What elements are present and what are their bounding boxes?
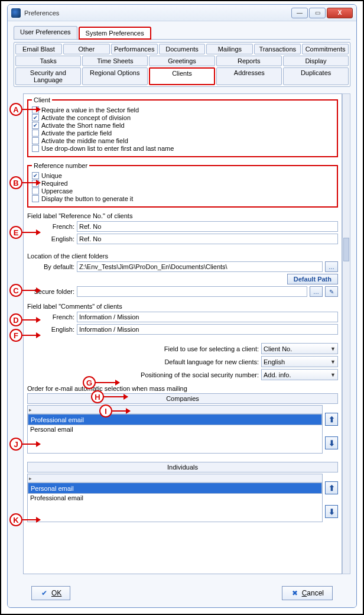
- callout-a: A: [9, 103, 22, 116]
- subtab-addresses[interactable]: Addresses: [216, 67, 282, 85]
- callout-b: B: [9, 176, 22, 189]
- english-label: English:: [27, 326, 74, 333]
- vertical-scrollbar[interactable]: [342, 93, 350, 574]
- subtab-display[interactable]: Display: [283, 56, 349, 66]
- list-header: ▸: [28, 406, 322, 414]
- ssn-label: Positioning of the social security numbe…: [27, 371, 259, 378]
- secure-folder-input[interactable]: [77, 286, 307, 297]
- close-button[interactable]: X: [327, 8, 353, 18]
- mail-order-heading: Order for e-mail automatic selection whe…: [27, 385, 338, 392]
- secure-label: Secure folder:: [27, 288, 74, 295]
- checkbox[interactable]: [32, 130, 39, 137]
- callout-g: G: [83, 376, 96, 389]
- checkbox[interactable]: ✔: [32, 172, 39, 179]
- individuals-title: Individuals: [27, 462, 338, 472]
- subtab-mailings[interactable]: Mailings: [206, 44, 253, 54]
- default-folder-input[interactable]: [77, 261, 323, 272]
- companies-list[interactable]: ▸ Professional email Personal email: [27, 405, 323, 454]
- refnum-group: Reference number ✔Unique Required Upperc…: [27, 162, 338, 208]
- bydefault-label: By default:: [27, 263, 74, 270]
- subtab-transactions[interactable]: Transactions: [254, 44, 301, 54]
- checkbox[interactable]: [32, 187, 39, 195]
- subtab-documents[interactable]: Documents: [159, 44, 206, 54]
- subtab-performances[interactable]: Performances: [111, 44, 158, 54]
- checkbox[interactable]: [32, 137, 39, 144]
- cancel-icon: ✖: [291, 589, 299, 597]
- dropdown-value: English: [264, 358, 285, 365]
- dropdown-value: Add. info.: [264, 371, 291, 378]
- checkbox[interactable]: [32, 145, 39, 152]
- move-down-button[interactable]: ⬇: [325, 436, 338, 449]
- subtab-clients[interactable]: Clients: [149, 67, 216, 85]
- chk-label: Activate the particle field: [41, 130, 112, 137]
- callout-e: E: [9, 226, 22, 239]
- window-title: Preferences: [24, 9, 291, 17]
- subtab-tasks[interactable]: Tasks: [15, 56, 81, 66]
- preferences-window: Preferences — ▭ X User Preferences Syste…: [7, 4, 357, 608]
- list-header: ▸: [28, 474, 322, 483]
- refno-english-input[interactable]: [77, 234, 338, 244]
- field-select-dropdown[interactable]: Client No.▼: [261, 343, 338, 354]
- list-item[interactable]: Personal email: [28, 483, 322, 494]
- tab-user-preferences[interactable]: User Preferences: [14, 26, 77, 39]
- lang-dropdown[interactable]: English▼: [261, 356, 338, 367]
- maximize-button[interactable]: ▭: [309, 8, 326, 18]
- callout-i: I: [99, 404, 112, 417]
- chk-label: Required: [41, 180, 68, 187]
- ok-button[interactable]: ✔ OK: [31, 586, 70, 600]
- list-item[interactable]: Professional email: [28, 414, 322, 425]
- subtab-reports[interactable]: Reports: [216, 56, 282, 66]
- dropdown-value: Client No.: [264, 345, 292, 352]
- settings-panel: Client Require a value in the Sector fie…: [23, 93, 342, 574]
- chk-label: Uppercase: [41, 187, 73, 195]
- ok-label: OK: [51, 589, 61, 597]
- titlebar: Preferences — ▭ X: [8, 5, 356, 21]
- check-icon: ✔: [40, 589, 48, 597]
- subtab-security-language[interactable]: Security and Language: [15, 67, 81, 85]
- comments-heading: Field label "Comments" of clients: [27, 303, 338, 310]
- cancel-label: Cancel: [302, 589, 324, 597]
- checkbox[interactable]: ✔: [32, 122, 39, 129]
- move-down-button[interactable]: ⬇: [325, 505, 338, 518]
- comments-french-input[interactable]: [77, 312, 338, 322]
- subtab-duplicates[interactable]: Duplicates: [283, 67, 349, 85]
- list-item[interactable]: Professional email: [28, 494, 322, 502]
- folders-heading: Location of the client folders: [27, 253, 338, 260]
- browse-button[interactable]: …: [325, 261, 338, 272]
- callout-j: J: [9, 438, 22, 451]
- refno-french-input[interactable]: [77, 221, 338, 232]
- client-group: Client Require a value in the Sector fie…: [27, 96, 338, 157]
- move-up-button[interactable]: ⬆: [325, 481, 338, 494]
- list-item[interactable]: Personal email: [28, 425, 322, 433]
- checkbox[interactable]: ✔: [32, 114, 39, 121]
- english-label: English:: [27, 235, 74, 242]
- french-label: French:: [27, 223, 74, 230]
- chk-label: Display the button to generate it: [41, 195, 133, 202]
- callout-d: D: [9, 313, 22, 326]
- subtab-greetings[interactable]: Greetings: [149, 56, 214, 66]
- comments-english-input[interactable]: [77, 324, 338, 335]
- callout-f: F: [9, 329, 22, 342]
- cancel-button[interactable]: ✖ Cancel: [282, 586, 333, 600]
- minimize-button[interactable]: —: [291, 8, 308, 18]
- chevron-down-icon: ▼: [330, 372, 336, 378]
- chevron-down-icon: ▼: [330, 359, 336, 365]
- ssn-dropdown[interactable]: Add. info.▼: [261, 369, 338, 380]
- chk-label: Activate the concept of division: [41, 114, 131, 121]
- browse-secure-button[interactable]: …: [310, 286, 323, 297]
- move-up-button[interactable]: ⬆: [325, 413, 338, 426]
- tab-system-preferences[interactable]: System Preferences: [79, 27, 151, 40]
- field-select-label: Field to use for selecting a client:: [27, 345, 259, 352]
- subtab-regional-options[interactable]: Regional Options: [82, 67, 148, 85]
- subtab-email-blast[interactable]: Email Blast: [15, 44, 62, 54]
- companies-title: Companies: [27, 393, 338, 404]
- subtab-time-sheets[interactable]: Time Sheets: [82, 56, 148, 66]
- subtab-commitments[interactable]: Commitments: [302, 44, 349, 54]
- edit-secure-button[interactable]: ✎: [325, 286, 338, 297]
- subtabs: Email Blast Other Performances Documents…: [14, 42, 350, 87]
- individuals-list[interactable]: ▸ Personal email Professional email: [27, 474, 323, 522]
- subtab-other[interactable]: Other: [63, 44, 110, 54]
- chk-label: Activate the middle name field: [41, 137, 128, 144]
- checkbox[interactable]: [32, 195, 39, 202]
- default-path-button[interactable]: Default Path: [287, 274, 338, 284]
